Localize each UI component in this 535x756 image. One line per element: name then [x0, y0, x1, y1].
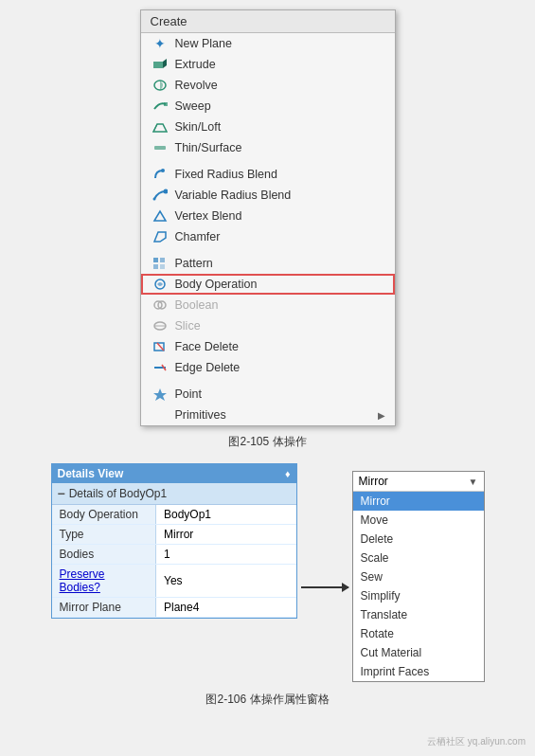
- vertex-blend-icon: [151, 208, 169, 224]
- row-label-preserve[interactable]: Preserve Bodies?: [52, 565, 156, 598]
- fixed-radius-label: Fixed Radius Blend: [175, 168, 277, 181]
- menu-header: Create: [141, 10, 395, 33]
- revolve-label: Revolve: [175, 79, 218, 92]
- svg-rect-0: [153, 62, 163, 68]
- svg-rect-12: [153, 258, 158, 262]
- sweep-label: Sweep: [175, 99, 211, 113]
- sweep-icon: [151, 99, 169, 114]
- svg-point-9: [152, 198, 155, 201]
- revolve-icon: [151, 78, 169, 93]
- svg-rect-14: [153, 264, 158, 269]
- arrow-line: [301, 586, 348, 588]
- menu-item-vertex-blend[interactable]: Vertex Blend: [141, 206, 395, 226]
- svg-rect-3: [164, 102, 168, 106]
- bottom-caption: 图2-106 体操作属性窗格: [0, 692, 535, 708]
- fixed-radius-icon: [151, 167, 169, 182]
- edge-delete-label: Edge Delete: [175, 361, 241, 374]
- menu-item-variable-radius[interactable]: Variable Radius Blend: [141, 185, 395, 206]
- dropdown-option-cut-material[interactable]: Cut Material: [353, 643, 484, 662]
- menu-item-chamfer[interactable]: Chamfer: [141, 226, 395, 247]
- svg-rect-15: [160, 264, 165, 269]
- menu-item-point[interactable]: Point: [141, 384, 395, 405]
- details-table: Body Operation BodyOp1 Type Mirror Bodie…: [52, 505, 296, 618]
- svg-marker-10: [154, 211, 166, 221]
- menu-item-edge-delete[interactable]: Edge Delete: [141, 357, 395, 378]
- primitives-label: Primitives: [175, 408, 226, 422]
- menu-item-thin-surface[interactable]: Thin/Surface: [141, 137, 395, 158]
- arrow-container: [297, 492, 352, 682]
- menu-item-skin-loft[interactable]: Skin/Loft: [141, 117, 395, 137]
- vertex-blend-label: Vertex Blend: [175, 209, 242, 223]
- dropdown-option-delete[interactable]: Delete: [353, 530, 484, 549]
- thin-surface-icon: [151, 140, 169, 155]
- dropdown-option-rotate[interactable]: Rotate: [353, 624, 484, 643]
- dropdown-header-label: Mirror: [359, 475, 388, 488]
- svg-marker-11: [154, 232, 166, 242]
- create-menu: Create ✦ New Plane Extrude Revolve Sweep: [140, 9, 396, 426]
- row-value-mirror-plane: Plane4: [156, 598, 296, 618]
- dropdown-option-imprint-faces[interactable]: Imprint Faces: [353, 662, 484, 681]
- row-value-bodies: 1: [156, 545, 296, 565]
- details-pin-icon[interactable]: ♦: [285, 468, 291, 479]
- chamfer-icon: [151, 229, 169, 244]
- dropdown-header[interactable]: Mirror ▼: [353, 472, 484, 492]
- row-value-type: Mirror: [156, 525, 296, 545]
- skin-loft-label: Skin/Loft: [175, 120, 222, 134]
- svg-point-8: [163, 189, 168, 194]
- table-row: Preserve Bodies? Yes: [52, 565, 296, 598]
- face-delete-label: Face Delete: [175, 340, 239, 353]
- row-label-body-op: Body Operation: [52, 505, 156, 525]
- menu-item-extrude[interactable]: Extrude: [141, 54, 395, 75]
- table-row: Mirror Plane Plane4: [52, 598, 296, 618]
- top-caption: 图2-105 体操作: [0, 434, 535, 450]
- edge-delete-icon: [151, 360, 169, 375]
- row-label-type: Type: [52, 525, 156, 545]
- new-plane-label: New Plane: [175, 37, 232, 50]
- boolean-label: Boolean: [175, 298, 219, 312]
- menu-item-new-plane[interactable]: ✦ New Plane: [141, 33, 395, 54]
- slice-label: Slice: [175, 319, 201, 333]
- dropdown-option-move[interactable]: Move: [353, 511, 484, 530]
- menu-header-label: Create: [151, 14, 187, 28]
- menu-item-pattern[interactable]: Pattern: [141, 253, 395, 274]
- svg-rect-6: [154, 146, 166, 150]
- point-label: Point: [175, 387, 203, 401]
- dropdown-arrow-icon[interactable]: ▼: [469, 477, 478, 487]
- variable-radius-icon: [151, 188, 169, 203]
- menu-item-slice[interactable]: Slice: [141, 315, 395, 336]
- dropdown-option-sew[interactable]: Sew: [353, 567, 484, 586]
- menu-item-sweep[interactable]: Sweep: [141, 96, 395, 117]
- menu-item-fixed-radius[interactable]: Fixed Radius Blend: [141, 164, 395, 185]
- menu-item-body-operation[interactable]: Body Operation: [141, 274, 395, 295]
- body-operation-icon: [151, 277, 169, 292]
- dropdown-panel: Mirror ▼ Mirror Move Delete Scale Sew Si…: [352, 471, 485, 682]
- table-row: Body Operation BodyOp1: [52, 505, 296, 525]
- details-view-wrapper: Details View ♦ − Details of BodyOp1 Body…: [51, 463, 297, 682]
- skin-loft-icon: [151, 119, 169, 135]
- row-label-bodies: Bodies: [52, 545, 156, 565]
- dropdown-option-scale[interactable]: Scale: [353, 549, 484, 567]
- dropdown-option-simplify[interactable]: Simplify: [353, 586, 484, 605]
- slice-icon: [151, 318, 169, 333]
- dropdown-option-mirror[interactable]: Mirror: [353, 492, 484, 511]
- svg-marker-1: [163, 59, 167, 68]
- collapse-icon[interactable]: −: [58, 486, 65, 501]
- svg-line-5: [153, 124, 157, 132]
- menu-item-face-delete[interactable]: Face Delete: [141, 336, 395, 357]
- extrude-icon: [151, 57, 169, 72]
- row-value-preserve: Yes: [156, 565, 296, 598]
- top-section: Create ✦ New Plane Extrude Revolve Sweep: [0, 0, 535, 426]
- details-header: Details View ♦: [52, 464, 296, 483]
- dropdown-option-translate[interactable]: Translate: [353, 605, 484, 624]
- dropdown-list: Mirror Move Delete Scale Sew Simplify Tr…: [353, 492, 484, 681]
- menu-item-primitives[interactable]: Primitives: [141, 405, 395, 425]
- primitives-icon: [151, 407, 169, 423]
- menu-item-revolve[interactable]: Revolve: [141, 75, 395, 96]
- thin-surface-label: Thin/Surface: [175, 141, 242, 154]
- extrude-label: Extrude: [175, 58, 216, 71]
- bottom-section: Details View ♦ − Details of BodyOp1 Body…: [0, 459, 535, 682]
- details-view-title: Details View: [58, 467, 124, 480]
- menu-item-boolean[interactable]: Boolean: [141, 295, 395, 315]
- details-panel: Details View ♦ − Details of BodyOp1 Body…: [51, 463, 297, 619]
- row-label-mirror-plane: Mirror Plane: [52, 598, 156, 618]
